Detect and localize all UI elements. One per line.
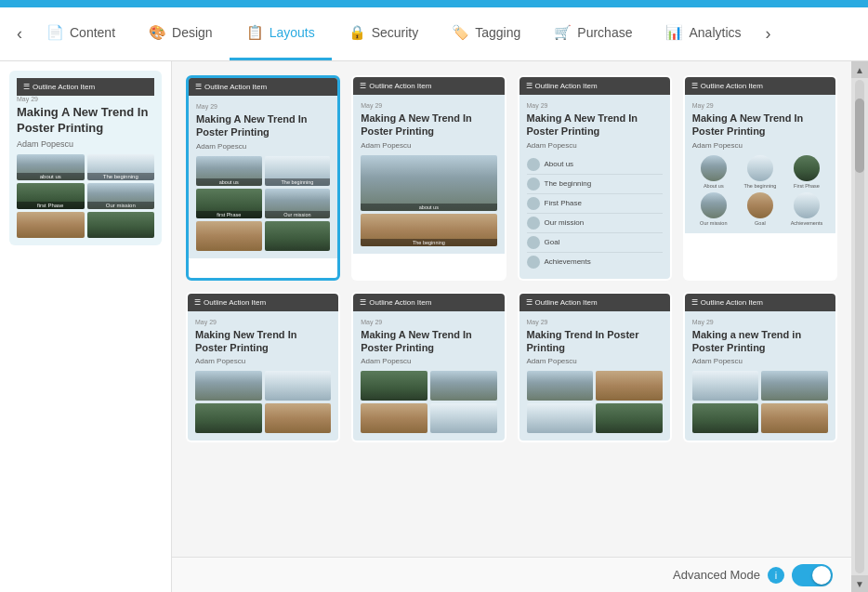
circle-2: The beginning bbox=[739, 155, 782, 189]
tagging-icon: 🏷️ bbox=[452, 24, 469, 41]
sidebar-card-header: ☰ Outline Action Item bbox=[17, 78, 154, 96]
design-icon: 🎨 bbox=[149, 24, 166, 41]
card-1-img-5 bbox=[196, 221, 262, 251]
circle-5: Goal bbox=[739, 192, 782, 226]
card-8-img-3 bbox=[692, 403, 759, 433]
card-6-img-3 bbox=[361, 403, 427, 433]
card-8-img-1 bbox=[692, 371, 759, 401]
card-5-body: May 29 Making New Trend In Poster Printi… bbox=[188, 311, 338, 441]
card-3-list: About us The beginning First Phase Our m… bbox=[527, 155, 663, 271]
card-1-img-3: first Phase bbox=[196, 189, 262, 218]
list-item-1: About us bbox=[527, 155, 663, 175]
card-6-header: ☰ Outline Action Item bbox=[353, 294, 504, 311]
card-6-img-2 bbox=[430, 371, 497, 401]
circle-3: First Phase bbox=[785, 155, 828, 189]
advanced-mode-toggle[interactable] bbox=[792, 564, 833, 586]
advanced-mode-label: Advanced Mode bbox=[673, 568, 760, 582]
card-7-header: ☰ Outline Action Item bbox=[519, 294, 670, 311]
sidebar: ☰ Outline Action Item May 29 Making A Ne… bbox=[0, 61, 172, 592]
card-1-img-1: about us bbox=[196, 156, 262, 186]
bottom-bar: Advanced Mode i bbox=[172, 557, 851, 592]
layout-card-5[interactable]: ☰ Outline Action Item May 29 Making New … bbox=[186, 292, 340, 443]
card-7-img-2 bbox=[596, 371, 663, 401]
tab-content[interactable]: 📄 Content bbox=[30, 7, 132, 60]
card-6-body: May 29 Making A New Trend In Poster Prin… bbox=[353, 311, 504, 441]
card-4-header: ☰ Outline Action Item bbox=[685, 77, 835, 95]
card-1-img-2: The beginning bbox=[265, 156, 331, 186]
security-icon: 🔒 bbox=[349, 24, 366, 41]
scroll-down-button[interactable]: ▼ bbox=[851, 575, 868, 592]
card-3-body: May 29 Making A New Trend In Poster Prin… bbox=[519, 95, 670, 279]
card-1-header: ☰ Outline Action Item bbox=[189, 78, 337, 96]
tabs-prev-button[interactable]: ‹ bbox=[9, 7, 30, 60]
sidebar-img-4: Our mission bbox=[87, 183, 155, 209]
cards-grid: ☰ Outline Action Item May 29 Making A Ne… bbox=[186, 75, 837, 442]
card-6-img-1 bbox=[361, 371, 427, 401]
card-5-img-2 bbox=[265, 371, 332, 401]
sidebar-img-3: first Phase bbox=[17, 183, 85, 209]
layout-card-3[interactable]: ☰ Outline Action Item May 29 Making A Ne… bbox=[518, 75, 672, 281]
scroll-thumb[interactable] bbox=[855, 99, 864, 173]
card-2-img-2: The beginning bbox=[361, 214, 496, 246]
card-8-img-4 bbox=[761, 403, 828, 433]
circle-1: About us bbox=[692, 155, 735, 189]
sidebar-menu-icon: ☰ bbox=[23, 83, 30, 91]
tab-analytics[interactable]: 📊 Analytics bbox=[649, 7, 757, 60]
card-4-menu-icon: ☰ bbox=[691, 82, 698, 90]
main-content: ☰ Outline Action Item May 29 Making A Ne… bbox=[0, 61, 868, 592]
info-icon[interactable]: i bbox=[768, 567, 784, 584]
tab-design[interactable]: 🎨 Design bbox=[132, 7, 230, 60]
analytics-icon: 📊 bbox=[665, 24, 683, 41]
card-4-circle-grid: About us The beginning First Phase bbox=[692, 155, 828, 226]
layouts-grid-area: ☰ Outline Action Item May 29 Making A Ne… bbox=[172, 61, 851, 592]
layout-card-4[interactable]: ☰ Outline Action Item May 29 Making A Ne… bbox=[683, 75, 837, 281]
list-item-4: Our mission bbox=[527, 214, 663, 233]
card-7-menu-icon: ☰ bbox=[526, 298, 533, 307]
card-4-body: May 29 Making A New Trend In Poster Prin… bbox=[685, 95, 835, 233]
card-1-body: May 29 Making A New Trend In Poster Prin… bbox=[189, 96, 337, 258]
card-2-img-1: about us bbox=[361, 155, 496, 211]
card-5-img-4 bbox=[265, 403, 332, 433]
card-1-menu-icon: ☰ bbox=[195, 83, 202, 91]
sidebar-img-5 bbox=[17, 212, 85, 238]
card-8-header: ☰ Outline Action Item bbox=[685, 294, 835, 311]
purchase-icon: 🛒 bbox=[554, 24, 572, 41]
card-7-body: May 29 Making Trend In Poster Printing A… bbox=[519, 311, 670, 441]
layout-card-1[interactable]: ☰ Outline Action Item May 29 Making A Ne… bbox=[186, 75, 340, 281]
tab-purchase[interactable]: 🛒 Purchase bbox=[537, 7, 649, 60]
card-5-menu-icon: ☰ bbox=[194, 298, 201, 307]
top-bar bbox=[0, 0, 868, 7]
sidebar-img-6 bbox=[87, 212, 155, 238]
card-7-images bbox=[527, 371, 663, 433]
card-6-img-4 bbox=[430, 403, 497, 433]
tabs-bar: ‹ 📄 Content 🎨 Design 📋 Layouts 🔒 Securit… bbox=[0, 7, 868, 61]
content-icon: 📄 bbox=[46, 24, 64, 41]
card-6-images bbox=[361, 371, 496, 433]
tab-layouts[interactable]: 📋 Layouts bbox=[230, 7, 332, 60]
layout-card-7[interactable]: ☰ Outline Action Item May 29 Making Tren… bbox=[518, 292, 672, 443]
card-6-menu-icon: ☰ bbox=[360, 298, 366, 307]
card-8-images bbox=[692, 371, 828, 433]
card-5-img-3 bbox=[195, 403, 262, 433]
card-1-img-6 bbox=[265, 221, 331, 251]
scroll-up-button[interactable]: ▲ bbox=[851, 61, 868, 78]
layout-card-2[interactable]: ☰ Outline Action Item May 29 Making A Ne… bbox=[351, 75, 506, 281]
card-3-header: ☰ Outline Action Item bbox=[519, 77, 670, 95]
layout-card-6[interactable]: ☰ Outline Action Item May 29 Making A Ne… bbox=[351, 292, 506, 443]
layout-card-8[interactable]: ☰ Outline Action Item May 29 Making a ne… bbox=[683, 292, 837, 443]
tabs-next-button[interactable]: › bbox=[758, 7, 779, 60]
list-item-6: Achievements bbox=[527, 253, 663, 271]
card-5-images bbox=[195, 371, 331, 433]
tab-security[interactable]: 🔒 Security bbox=[332, 7, 436, 60]
card-5-header: ☰ Outline Action Item bbox=[188, 294, 338, 311]
card-7-img-1 bbox=[527, 371, 594, 401]
sidebar-images-grid: about us The beginning first Phase Our m… bbox=[17, 154, 154, 238]
list-item-5: Goal bbox=[527, 233, 663, 253]
card-8-img-2 bbox=[761, 371, 828, 401]
tab-tagging[interactable]: 🏷️ Tagging bbox=[435, 7, 537, 60]
card-8-body: May 29 Making a new Trend in Poster Prin… bbox=[685, 311, 835, 441]
card-7-img-4 bbox=[596, 403, 663, 433]
circle-6: Achievements bbox=[785, 192, 828, 226]
card-2-menu-icon: ☰ bbox=[360, 82, 366, 90]
card-5-img-1 bbox=[195, 371, 262, 401]
